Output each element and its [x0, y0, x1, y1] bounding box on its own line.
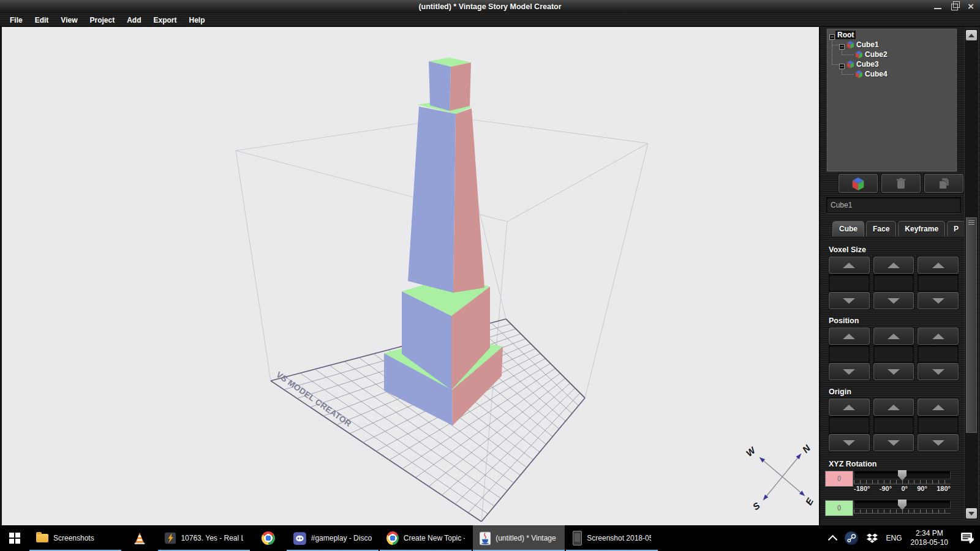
- position-z-field[interactable]: [918, 345, 959, 362]
- language-indicator[interactable]: ENG: [886, 534, 902, 542]
- taskbar-item-winamp[interactable]: 10763. Yes - Real Lo...: [158, 525, 250, 551]
- position-y-field[interactable]: [873, 345, 914, 362]
- voxel-y-down-button[interactable]: [873, 292, 914, 309]
- taskbar-clock[interactable]: 2:34 PM 2018-05-10: [911, 529, 948, 547]
- position-x-down-button[interactable]: [829, 363, 870, 380]
- rotation-x-slider[interactable]: -180° -90° 0° 90° 180°: [854, 471, 951, 492]
- tree-connector: [832, 64, 839, 66]
- tab-p[interactable]: P: [947, 221, 965, 236]
- voxel-z-field[interactable]: [918, 274, 959, 291]
- close-button[interactable]: ×: [968, 1, 974, 13]
- tree-expander[interactable]: −: [839, 64, 845, 69]
- origin-z-field[interactable]: [918, 416, 959, 433]
- taskbar-item-discord[interactable]: #gameplay - Discord: [287, 525, 379, 551]
- slider-track[interactable]: [854, 501, 951, 509]
- voxel-x-down-button[interactable]: [829, 292, 870, 309]
- panel-scrollbar[interactable]: [964, 28, 979, 520]
- menu-add[interactable]: Add: [121, 13, 147, 27]
- action-center-icon[interactable]: [960, 532, 974, 544]
- menu-help[interactable]: Help: [183, 13, 211, 27]
- menu-export[interactable]: Export: [148, 13, 183, 27]
- menu-edit[interactable]: Edit: [29, 13, 55, 27]
- chrome-icon: [386, 531, 399, 545]
- rotation-x-row: -180° -90° 0° 90° 180°: [820, 471, 980, 500]
- slider-thumb[interactable]: [898, 470, 907, 481]
- origin-controls: [829, 399, 959, 451]
- rotation-y-field[interactable]: [825, 500, 853, 516]
- model-cubes: [384, 58, 503, 425]
- position-z-down-button[interactable]: [918, 363, 959, 380]
- position-controls: [829, 328, 959, 380]
- voxel-y-field[interactable]: [873, 274, 914, 291]
- down-arrow-icon: [888, 369, 900, 375]
- cube-icon: [851, 176, 865, 191]
- tray-expand-icon[interactable]: [827, 534, 837, 544]
- voxel-z-down-button[interactable]: [918, 292, 959, 309]
- steam-icon[interactable]: [845, 531, 858, 545]
- menu-view[interactable]: View: [55, 13, 83, 27]
- origin-y-up-button[interactable]: [873, 399, 914, 416]
- position-y-down-button[interactable]: [873, 363, 914, 380]
- restore-button[interactable]: [951, 4, 958, 10]
- voxel-x-field[interactable]: [829, 274, 870, 291]
- origin-z-up-button[interactable]: [918, 399, 959, 416]
- window-title: (untitled) * Vintage Story Model Creator: [418, 2, 561, 11]
- voxel-x-up-button[interactable]: [829, 257, 870, 274]
- down-arrow-icon: [843, 298, 855, 304]
- position-z-up-button[interactable]: [918, 328, 959, 345]
- taskbar-item-chrome-topic[interactable]: Create New Topic -...: [380, 525, 472, 551]
- taskbar-item-vlc[interactable]: [123, 525, 157, 551]
- taskbar-item-chrome[interactable]: [251, 525, 285, 551]
- rotation-x-field[interactable]: [825, 471, 853, 487]
- tree-expander[interactable]: −: [829, 34, 835, 40]
- minimize-button[interactable]: [934, 4, 941, 9]
- voxel-z-up-button[interactable]: [918, 257, 959, 274]
- taskbar-item-screenshots[interactable]: Screenshots: [29, 525, 121, 551]
- menu-project[interactable]: Project: [83, 13, 121, 27]
- tab-keyframe[interactable]: Keyframe: [898, 221, 945, 236]
- tree-item-cube4[interactable]: Cube4: [855, 69, 889, 79]
- slider-thumb[interactable]: [898, 500, 907, 510]
- delete-button[interactable]: [881, 174, 921, 193]
- scroll-down-button[interactable]: [966, 508, 977, 519]
- dropbox-icon[interactable]: [867, 533, 878, 544]
- watermark-text: VS MODEL CREATOR: [274, 370, 353, 429]
- tree-item-root[interactable]: Root: [835, 30, 856, 40]
- position-x-up-button[interactable]: [829, 328, 870, 345]
- viewport-3d[interactable]: VS MODEL CREATORWNSE: [2, 27, 819, 525]
- tree-expander[interactable]: −: [839, 44, 845, 50]
- origin-x-up-button[interactable]: [829, 399, 870, 416]
- rotation-y-slider[interactable]: [854, 501, 951, 514]
- origin-x-field[interactable]: [829, 416, 870, 433]
- property-tabs: Cube Face Keyframe P: [832, 221, 965, 236]
- element-name-field[interactable]: [826, 197, 961, 213]
- position-x-field[interactable]: [829, 345, 870, 362]
- tree-item-cube3[interactable]: Cube3: [846, 59, 881, 69]
- element-tree: Root − Cube1 − Cube2 Cube3 − Cube4: [826, 28, 957, 172]
- tray-time: 2:34 PM: [911, 529, 948, 538]
- tab-face[interactable]: Face: [866, 221, 896, 236]
- duplicate-button[interactable]: [924, 174, 963, 193]
- origin-z-down-button[interactable]: [918, 434, 959, 451]
- up-arrow-icon: [843, 405, 855, 410]
- taskbar-item-model-creator[interactable]: (untitled) * Vintage ...: [473, 525, 565, 551]
- tab-cube[interactable]: Cube: [832, 221, 864, 236]
- add-cube-button[interactable]: [839, 174, 878, 193]
- origin-x-down-button[interactable]: [829, 434, 870, 451]
- start-button[interactable]: [0, 525, 29, 551]
- voxel-size-label: Voxel Size: [829, 246, 866, 254]
- origin-y-field[interactable]: [873, 416, 914, 433]
- slider-track[interactable]: [854, 471, 951, 479]
- taskbar-item-screenshot-viewer[interactable]: Screenshot 2018-05...: [566, 525, 658, 551]
- menu-file[interactable]: File: [4, 13, 29, 27]
- tree-item-cube1[interactable]: Cube1: [846, 40, 881, 50]
- scroll-up-button[interactable]: [966, 30, 977, 40]
- tree-item-cube2[interactable]: Cube2: [855, 50, 889, 59]
- voxel-y-up-button[interactable]: [873, 257, 914, 274]
- scrollbar-thumb[interactable]: [966, 217, 977, 433]
- position-y-up-button[interactable]: [873, 328, 914, 345]
- origin-y-down-button[interactable]: [873, 434, 914, 451]
- close-icon: ×: [968, 1, 974, 13]
- down-arrow-icon: [932, 369, 944, 375]
- image-viewer-icon: [573, 531, 582, 545]
